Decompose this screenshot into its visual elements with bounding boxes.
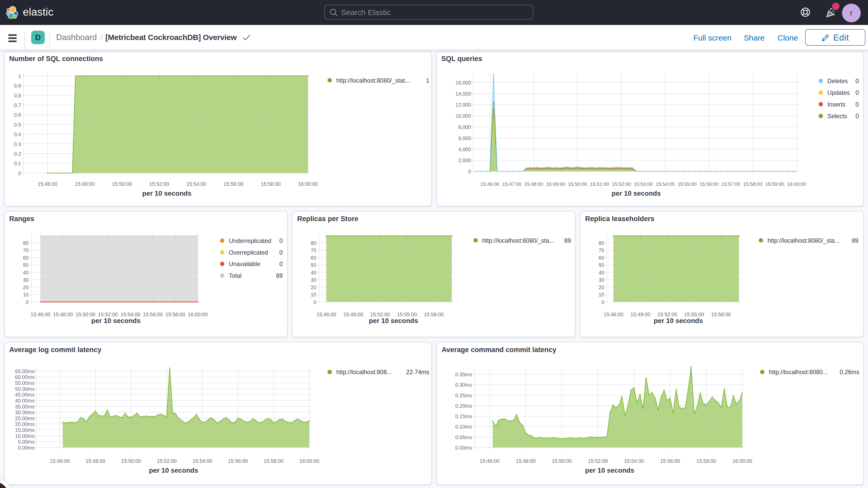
svg-text:15:48:00: 15:48:00 (86, 458, 105, 464)
svg-text:0.05ms: 0.05ms (455, 434, 472, 440)
svg-text:0.3: 0.3 (14, 141, 21, 147)
svg-text:20: 20 (598, 284, 604, 290)
svg-text:1: 1 (426, 77, 429, 84)
svg-text:15:53:00: 15:53:00 (634, 181, 653, 187)
svg-text:15:46:00: 15:46:00 (480, 458, 499, 464)
svg-text:89: 89 (564, 237, 571, 244)
svg-text:0: 0 (26, 299, 29, 305)
svg-text:0: 0 (856, 101, 859, 108)
svg-text:15:52:00: 15:52:00 (370, 311, 390, 317)
svg-text:22.74ms: 22.74ms (406, 369, 429, 375)
svg-text:70: 70 (23, 247, 29, 253)
svg-text:0: 0 (279, 238, 283, 244)
svg-text:15:49:00: 15:49:00 (630, 311, 650, 317)
svg-text:Overreplicated: Overreplicated (229, 249, 268, 256)
svg-text:15:48:00: 15:48:00 (53, 311, 73, 317)
svg-text:16:00:00: 16:00:00 (299, 458, 319, 464)
svg-text:12,000: 12,000 (456, 102, 471, 108)
svg-text:0: 0 (18, 171, 21, 176)
svg-text:15:52:00: 15:52:00 (98, 311, 118, 317)
svg-text:15:50:00: 15:50:00 (121, 458, 141, 464)
svg-text:15:56:00: 15:56:00 (143, 311, 163, 317)
svg-text:http://localhost:8080/_sta...: http://localhost:8080/_sta... (482, 237, 554, 244)
svg-text:30: 30 (23, 277, 29, 283)
svg-text:16,000: 16,000 (456, 80, 471, 86)
svg-text:0.10ms: 0.10ms (455, 424, 472, 430)
svg-text:15:52:00: 15:52:00 (588, 458, 608, 464)
svg-text:55.00ms: 55.00ms (15, 380, 35, 386)
svg-text:15:54:00: 15:54:00 (192, 458, 212, 464)
svg-text:15:55:00: 15:55:00 (397, 311, 417, 317)
svg-text:80: 80 (598, 240, 604, 246)
svg-text:60.00ms: 60.00ms (15, 374, 35, 380)
svg-text:16:00:00: 16:00:00 (787, 181, 806, 187)
svg-text:15:59:00: 15:59:00 (765, 181, 784, 187)
svg-text:per 10 seconds: per 10 seconds (612, 189, 661, 197)
svg-text:Average log commit latency: Average log commit latency (9, 346, 102, 354)
svg-text:Unavailable: Unavailable (229, 261, 260, 267)
svg-text:15:54:00: 15:54:00 (120, 311, 140, 317)
svg-text:40: 40 (598, 270, 604, 275)
svg-text:50: 50 (23, 262, 29, 268)
svg-text:15:46:00: 15:46:00 (604, 311, 623, 317)
svg-text:15:46:00: 15:46:00 (50, 458, 70, 464)
svg-text:15:56:00: 15:56:00 (228, 458, 248, 464)
svg-text:15:55:00: 15:55:00 (678, 181, 696, 187)
svg-text:0.4: 0.4 (14, 131, 21, 137)
svg-text:0.1: 0.1 (14, 160, 21, 166)
svg-text:45.00ms: 45.00ms (15, 392, 35, 398)
svg-text:http://localhost:8080/_stat...: http://localhost:8080/_stat... (336, 77, 410, 84)
svg-text:50.00ms: 50.00ms (15, 386, 35, 392)
svg-text:0: 0 (856, 89, 859, 96)
svg-text:15:58:00: 15:58:00 (165, 311, 185, 317)
svg-text:20: 20 (23, 284, 29, 290)
svg-text:0.9: 0.9 (14, 83, 21, 89)
svg-text:15:50:00: 15:50:00 (112, 181, 132, 187)
svg-text:0: 0 (601, 299, 604, 305)
svg-text:0: 0 (468, 169, 471, 174)
svg-text:15:52:00: 15:52:00 (657, 311, 677, 317)
svg-text:70: 70 (598, 247, 604, 253)
svg-text:10,000: 10,000 (456, 113, 471, 119)
svg-text:Updates: Updates (828, 89, 850, 96)
svg-text:15:58:00: 15:58:00 (711, 311, 731, 317)
svg-text:60: 60 (311, 255, 316, 261)
svg-text:0.15ms: 0.15ms (455, 414, 472, 419)
svg-text:15:58:00: 15:58:00 (743, 181, 762, 187)
svg-text:15:55:00: 15:55:00 (684, 311, 704, 317)
svg-text:50: 50 (311, 262, 316, 268)
svg-text:0: 0 (313, 299, 316, 305)
svg-text:Number of SQL connections: Number of SQL connections (9, 55, 103, 63)
svg-text:15:54:00: 15:54:00 (186, 181, 206, 187)
svg-text:15:50:00: 15:50:00 (552, 458, 572, 464)
svg-text:65.00ms: 65.00ms (15, 368, 35, 374)
svg-text:0.20ms: 0.20ms (455, 403, 472, 409)
svg-text:15:46:00: 15:46:00 (316, 311, 336, 317)
svg-text:15:58:00: 15:58:00 (264, 458, 283, 464)
svg-text:15:58:00: 15:58:00 (424, 311, 444, 317)
svg-text:0.25ms: 0.25ms (455, 393, 472, 398)
svg-text:15:54:00: 15:54:00 (656, 181, 675, 187)
svg-text:16:00:00: 16:00:00 (298, 181, 318, 187)
svg-text:15:46:00: 15:46:00 (38, 181, 57, 187)
svg-text:4,000: 4,000 (458, 147, 471, 152)
svg-text:SQL queries: SQL queries (441, 55, 482, 63)
svg-text:60: 60 (598, 255, 604, 261)
svg-text:14,000: 14,000 (456, 91, 471, 97)
svg-text:Underreplicated: Underreplicated (229, 238, 271, 244)
svg-text:2,000: 2,000 (458, 157, 471, 163)
svg-text:15:57:00: 15:57:00 (721, 181, 740, 187)
svg-text:10: 10 (311, 292, 316, 298)
svg-text:0.6: 0.6 (14, 112, 21, 118)
svg-text:0.2: 0.2 (14, 151, 21, 157)
svg-text:30: 30 (311, 277, 316, 283)
svg-text:0: 0 (856, 78, 859, 85)
svg-text:15:56:00: 15:56:00 (660, 458, 680, 464)
svg-text:6,000: 6,000 (458, 135, 471, 141)
svg-text:15:56:00: 15:56:00 (700, 181, 719, 187)
svg-text:89: 89 (276, 272, 283, 279)
svg-text:80: 80 (311, 240, 316, 246)
svg-text:40: 40 (311, 270, 316, 275)
svg-text:35.00ms: 35.00ms (15, 404, 35, 409)
svg-text:15:52:00: 15:52:00 (157, 458, 177, 464)
